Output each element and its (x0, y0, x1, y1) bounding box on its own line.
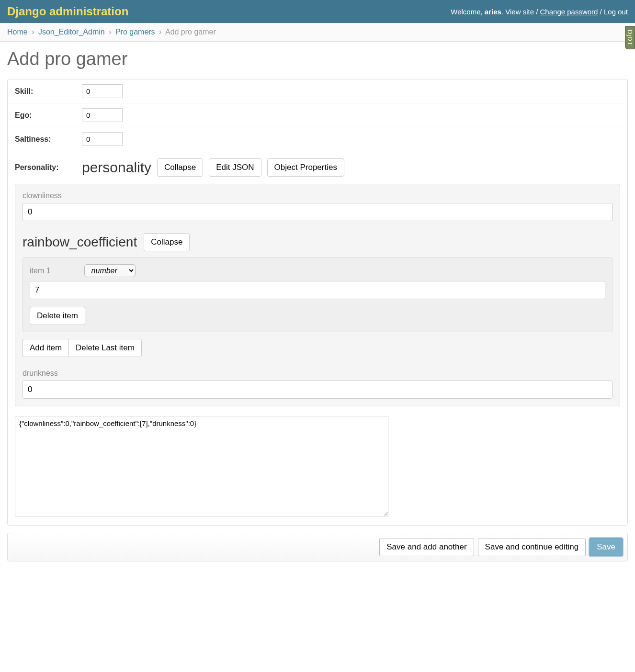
skill-label: Skill: (15, 87, 82, 96)
rainbow-coefficient-section: rainbow_coefficient Collapse item 1 numb… (23, 233, 612, 357)
breadcrumb-app[interactable]: Json_Editor_Admin (38, 28, 105, 36)
welcome-text: Welcome, (451, 8, 482, 16)
personality-label: Personality: (15, 163, 76, 172)
breadcrumb: Home › Json_Editor_Admin › Pro gamers › … (0, 23, 635, 42)
save-continue-button[interactable]: Save and continue editing (478, 538, 586, 556)
object-properties-button[interactable]: Object Properties (267, 158, 344, 177)
clownliness-label: clownliness (23, 191, 612, 200)
skill-input[interactable] (82, 84, 123, 98)
save-add-another-button[interactable]: Save and add another (379, 538, 474, 556)
saltiness-label: Saltiness: (15, 135, 82, 144)
personality-title: personality (82, 159, 151, 176)
skill-row: Skill: (8, 79, 627, 103)
breadcrumb-model[interactable]: Pro gamers (115, 28, 155, 36)
delete-item-button[interactable]: Delete item (30, 307, 85, 325)
collapse-button[interactable]: Collapse (157, 158, 203, 177)
clownliness-input[interactable] (23, 203, 612, 221)
ego-input[interactable] (82, 108, 123, 122)
debug-toolbar-handle[interactable]: DjDT (625, 26, 635, 49)
personality-row: Personality: personality Collapse Edit J… (8, 151, 627, 525)
save-button[interactable]: Save (590, 538, 623, 556)
array-items-panel: item 1 number Delete item (23, 257, 612, 332)
logout-link[interactable]: Log out (604, 8, 628, 16)
json-editor-panel: clownliness rainbow_coefficient Collapse… (15, 184, 620, 406)
drunkness-input[interactable] (23, 381, 612, 399)
saltiness-row: Saltiness: (8, 127, 627, 151)
rainbow-coefficient-title: rainbow_coefficient (23, 235, 137, 250)
rainbow-collapse-button[interactable]: Collapse (144, 233, 190, 251)
change-password-link[interactable]: Change password (540, 8, 598, 16)
drunkness-section: drunkness (23, 369, 612, 399)
add-item-button[interactable]: Add item (23, 339, 68, 357)
page-title: Add pro gamer (7, 49, 628, 69)
breadcrumb-current: Add pro gamer (165, 28, 216, 36)
breadcrumb-home[interactable]: Home (7, 28, 28, 36)
personality-header: Personality: personality Collapse Edit J… (15, 158, 620, 177)
username: aries (485, 8, 501, 16)
item-type-select[interactable]: number (84, 264, 136, 277)
admin-header: Django administration Welcome, aries. Vi… (0, 0, 635, 23)
ego-row: Ego: (8, 103, 627, 127)
item-1-label: item 1 (30, 267, 51, 275)
submit-row: Save and add another Save and continue e… (7, 533, 628, 561)
ego-label: Ego: (15, 111, 82, 120)
content: Add pro gamer Skill: Ego: Saltiness: Per… (0, 42, 635, 569)
delete-last-item-button[interactable]: Delete Last item (68, 339, 142, 357)
raw-json-textarea[interactable]: {"clownliness":0,"rainbow_coefficient":[… (15, 416, 388, 516)
edit-json-button[interactable]: Edit JSON (209, 158, 261, 177)
site-title: Django administration (7, 5, 128, 18)
form-module: Skill: Ego: Saltiness: Personality: pers… (7, 79, 628, 526)
item-1-input[interactable] (30, 281, 605, 299)
drunkness-label: drunkness (23, 369, 612, 378)
user-tools: Welcome, aries. View site / Change passw… (451, 8, 628, 16)
saltiness-input[interactable] (82, 132, 123, 146)
view-site-link[interactable]: View site (505, 8, 534, 16)
